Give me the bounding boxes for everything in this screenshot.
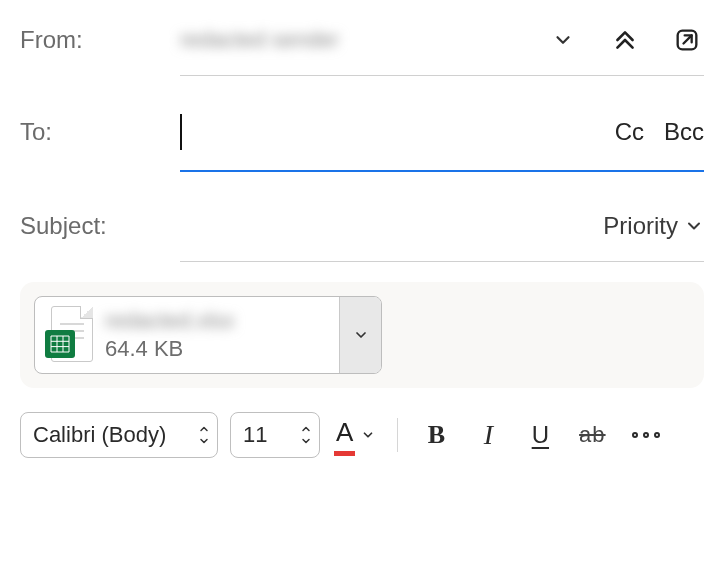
font-size-value: 11 xyxy=(243,422,267,448)
divider xyxy=(180,170,704,172)
attachment-menu-button[interactable] xyxy=(339,297,381,373)
font-color-icon: A xyxy=(336,417,353,454)
from-label: From: xyxy=(20,26,180,54)
formatting-toolbar: Calibri (Body) 11 A B I U ab xyxy=(0,388,724,458)
strikethrough-button[interactable]: ab xyxy=(572,415,612,455)
attachment-size: 64.4 KB xyxy=(105,336,325,362)
excel-file-icon xyxy=(45,306,93,364)
italic-button[interactable]: I xyxy=(468,415,508,455)
chevron-down-icon[interactable] xyxy=(299,435,313,447)
to-row: To: Cc Bcc xyxy=(0,92,724,172)
subject-field[interactable]: Priority xyxy=(180,190,704,262)
double-chevron-up-icon xyxy=(612,27,638,53)
attachments-area: redacted.xlsx 64.4 KB xyxy=(20,282,704,388)
svg-line-1 xyxy=(684,35,692,43)
bcc-button[interactable]: Bcc xyxy=(664,118,704,146)
subject-row: Subject: Priority xyxy=(0,190,724,262)
chevron-down-icon xyxy=(353,327,369,343)
chevron-up-icon[interactable] xyxy=(197,423,211,435)
bold-button[interactable]: B xyxy=(416,415,456,455)
more-formatting-button[interactable] xyxy=(624,424,668,446)
attachment-main[interactable]: redacted.xlsx 64.4 KB xyxy=(35,297,339,373)
chevron-down-icon[interactable] xyxy=(197,435,211,447)
cc-button[interactable]: Cc xyxy=(615,118,644,146)
attachment-name: redacted.xlsx xyxy=(105,308,325,332)
subject-label: Subject: xyxy=(20,212,180,240)
divider xyxy=(180,261,704,262)
font-family-value: Calibri (Body) xyxy=(33,422,166,448)
collapse-button[interactable] xyxy=(608,23,642,57)
divider xyxy=(180,75,704,76)
chevron-down-icon xyxy=(552,29,574,51)
chevron-down-icon[interactable] xyxy=(361,428,375,442)
svg-rect-2 xyxy=(51,336,69,352)
from-value: redacted sender xyxy=(180,27,546,53)
font-color-button[interactable]: A xyxy=(332,412,379,458)
dot-icon xyxy=(643,432,649,438)
from-dropdown[interactable] xyxy=(546,23,580,57)
attachment-chip[interactable]: redacted.xlsx 64.4 KB xyxy=(34,296,382,374)
priority-dropdown[interactable]: Priority xyxy=(603,212,704,240)
divider xyxy=(397,418,398,452)
popout-icon xyxy=(673,26,701,54)
dot-icon xyxy=(654,432,660,438)
from-row: From: redacted sender xyxy=(0,4,724,76)
text-cursor xyxy=(180,114,182,150)
chevron-down-icon xyxy=(684,216,704,236)
font-size-select[interactable]: 11 xyxy=(230,412,320,458)
dot-icon xyxy=(632,432,638,438)
to-label: To: xyxy=(20,118,180,146)
to-field[interactable]: Cc Bcc xyxy=(180,92,704,172)
to-input[interactable] xyxy=(188,112,595,152)
underline-button[interactable]: U xyxy=(520,415,560,455)
priority-label: Priority xyxy=(603,212,678,240)
chevron-up-icon[interactable] xyxy=(299,423,313,435)
font-family-select[interactable]: Calibri (Body) xyxy=(20,412,218,458)
popout-button[interactable] xyxy=(670,23,704,57)
from-field: redacted sender xyxy=(180,4,704,76)
